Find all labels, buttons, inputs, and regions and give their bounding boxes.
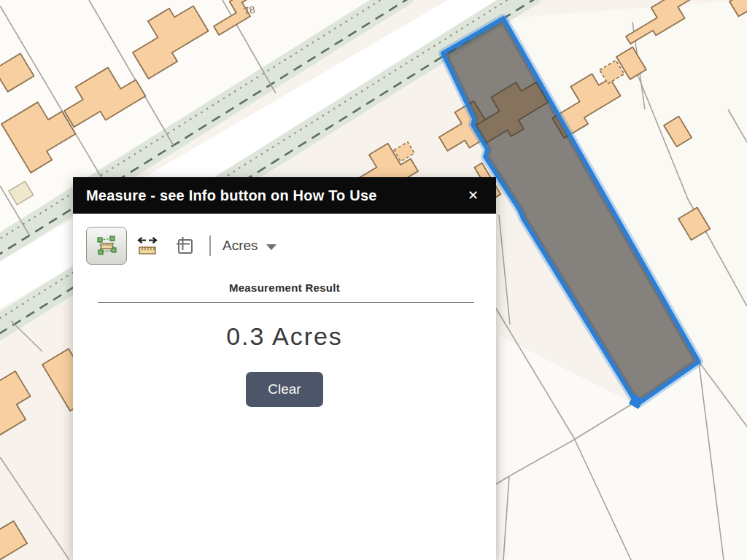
measure-dialog-header: Measure - see Info button on How To Use … bbox=[73, 177, 496, 214]
chevron-down-icon bbox=[266, 244, 276, 250]
unit-dropdown[interactable]: Acres bbox=[222, 238, 276, 254]
clear-button[interactable]: Clear bbox=[246, 372, 323, 407]
unit-selected-label: Acres bbox=[222, 238, 258, 254]
app-window: 78 Measure - see Info button on How To U… bbox=[0, 0, 747, 560]
measurement-result-value: 0.3 Acres bbox=[73, 322, 496, 351]
result-heading: Measurement Result bbox=[73, 281, 496, 294]
measure-toolbar: Acres bbox=[73, 214, 496, 266]
close-icon[interactable]: ✕ bbox=[463, 187, 483, 203]
measure-distance-tool-button[interactable] bbox=[136, 236, 159, 256]
measure-dialog: Measure - see Info button on How To Use … bbox=[73, 177, 496, 560]
measure-area-tool-button[interactable] bbox=[86, 227, 127, 265]
dialog-title: Measure - see Info button on How To Use bbox=[86, 187, 377, 204]
result-divider bbox=[98, 302, 474, 303]
location-measure-icon bbox=[175, 236, 195, 256]
measure-location-tool-button[interactable] bbox=[175, 236, 195, 256]
toolbar-divider bbox=[209, 236, 211, 256]
distance-measure-icon bbox=[136, 236, 159, 256]
area-measure-icon bbox=[96, 235, 117, 257]
